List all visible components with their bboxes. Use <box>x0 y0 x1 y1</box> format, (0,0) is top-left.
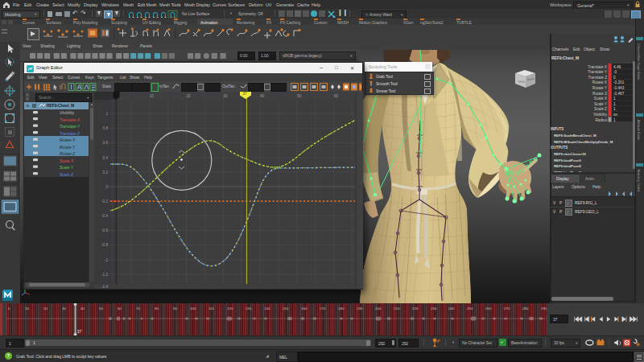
svg-text:Translate Y: Translate Y <box>588 70 608 74</box>
svg-text:10: 10 <box>25 306 29 311</box>
svg-text:Radius: Radius <box>595 118 607 122</box>
svg-text:50: 50 <box>99 306 103 311</box>
svg-text:280: 280 <box>522 306 529 311</box>
svg-text:100: 100 <box>190 306 196 311</box>
svg-text:0.6: 0.6 <box>103 141 109 145</box>
svg-text:210: 210 <box>394 306 400 311</box>
svg-text:-0.6: -0.6 <box>101 228 108 232</box>
svg-text:-1.2: -1.2 <box>101 273 108 277</box>
svg-text:120: 120 <box>227 306 233 311</box>
svg-text:190: 190 <box>357 306 363 311</box>
svg-text:110: 110 <box>208 306 215 311</box>
svg-text:-0.2: -0.2 <box>101 200 108 204</box>
svg-text:160: 160 <box>301 306 308 311</box>
svg-text:40: 40 <box>80 306 85 311</box>
svg-text:Rotate X: Rotate X <box>592 80 608 84</box>
svg-text:230: 230 <box>431 306 437 311</box>
svg-text:60: 60 <box>118 306 122 311</box>
svg-text:240: 240 <box>448 306 455 311</box>
svg-text:Visibility: Visibility <box>593 113 608 117</box>
svg-text:290: 290 <box>541 306 547 311</box>
svg-text:Scale Z: Scale Z <box>594 107 607 111</box>
svg-text:0.4: 0.4 <box>103 156 109 160</box>
svg-text:Visibility: Visibility <box>60 110 74 115</box>
svg-text:Scale Z: Scale Z <box>60 171 74 176</box>
svg-text:Scale Y: Scale Y <box>594 102 608 106</box>
svg-text:-1.4: -1.4 <box>101 285 108 289</box>
svg-text:Rotate Z: Rotate Z <box>60 151 76 156</box>
svg-text:-0: -0 <box>613 70 617 74</box>
svg-text:140: 140 <box>264 306 270 311</box>
svg-text:170: 170 <box>320 306 326 311</box>
svg-text:Rotate Y: Rotate Y <box>592 86 608 90</box>
svg-text:Scale X: Scale X <box>60 158 74 162</box>
svg-text:80: 80 <box>155 306 159 311</box>
svg-text:130: 130 <box>246 306 252 311</box>
svg-text:37: 37 <box>243 92 248 96</box>
svg-text:1: 1 <box>105 112 108 116</box>
svg-text:220: 220 <box>412 306 419 311</box>
svg-text:Translate X: Translate X <box>60 117 80 121</box>
svg-text:Translate X: Translate X <box>588 65 608 69</box>
svg-text:90: 90 <box>173 306 177 311</box>
svg-text:-0.497: -0.497 <box>613 92 625 96</box>
svg-text:Scale X: Scale X <box>594 97 608 101</box>
svg-text:-0.4: -0.4 <box>101 214 108 218</box>
svg-text:Rotate X: Rotate X <box>60 138 76 142</box>
svg-text:30: 30 <box>62 306 66 311</box>
svg-text:150: 150 <box>283 306 289 311</box>
svg-text:-1: -1 <box>105 258 109 262</box>
svg-text:250: 250 <box>467 306 473 311</box>
svg-text:70: 70 <box>136 306 140 311</box>
svg-text:30: 30 <box>223 94 228 98</box>
svg-text:0: 0 <box>105 185 108 189</box>
svg-text:0.2: 0.2 <box>103 171 109 175</box>
svg-text:Rotate Y: Rotate Y <box>60 144 76 149</box>
svg-text:Translate Y: Translate Y <box>60 124 80 129</box>
svg-text:200: 200 <box>375 306 382 311</box>
svg-text:1: 1 <box>613 107 616 111</box>
svg-text:Rotate Z: Rotate Z <box>592 92 607 96</box>
svg-text:0: 0 <box>613 76 616 80</box>
svg-text:40: 40 <box>260 94 265 98</box>
svg-text:Scale Y: Scale Y <box>60 165 74 170</box>
svg-text:60: 60 <box>334 94 339 98</box>
svg-text:on: on <box>613 113 618 117</box>
svg-text:20: 20 <box>187 94 192 98</box>
svg-text:20: 20 <box>43 306 47 311</box>
svg-text:37: 37 <box>77 329 82 334</box>
svg-text:1: 1 <box>613 97 616 101</box>
svg-text:10: 10 <box>150 94 155 98</box>
svg-text:1: 1 <box>613 102 616 106</box>
svg-text:1: 1 <box>613 118 616 122</box>
svg-text:260: 260 <box>485 306 492 311</box>
svg-text:4.49: 4.49 <box>613 65 621 69</box>
svg-text:270: 270 <box>504 306 510 311</box>
svg-text:Translate Z: Translate Z <box>588 76 607 80</box>
svg-text:-0.201: -0.201 <box>613 80 625 84</box>
svg-text:0.8: 0.8 <box>103 126 109 130</box>
svg-text:-0.443: -0.443 <box>613 86 625 90</box>
svg-text:180: 180 <box>338 306 345 311</box>
svg-text:50: 50 <box>297 94 302 98</box>
svg-text:-0.8: -0.8 <box>101 243 108 247</box>
svg-text:Translate Z: Translate Z <box>60 130 80 135</box>
